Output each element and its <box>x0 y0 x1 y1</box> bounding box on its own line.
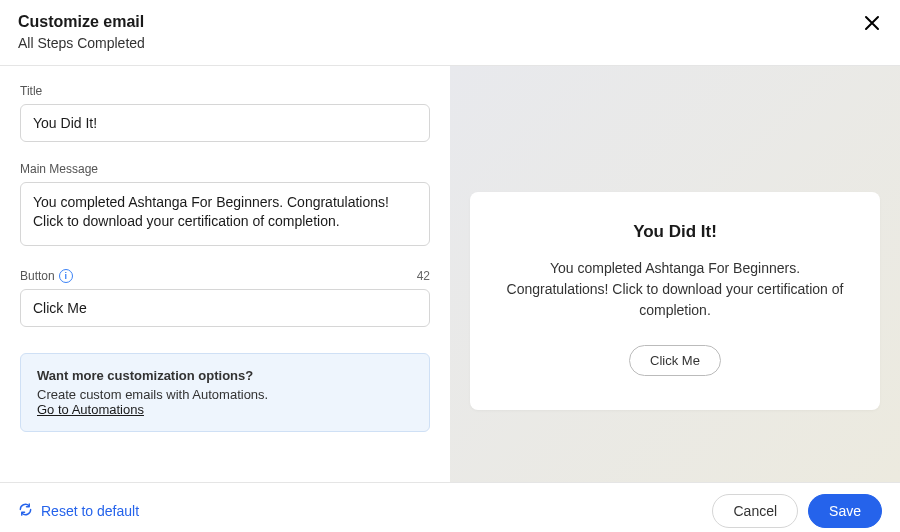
reset-to-default-button[interactable]: Reset to default <box>18 502 139 520</box>
preview-title: You Did It! <box>498 222 852 242</box>
close-icon <box>864 13 880 35</box>
callout-body: Create custom emails with Automations. <box>37 387 413 402</box>
go-to-automations-link[interactable]: Go to Automations <box>37 402 144 417</box>
form-panel: Title Main Message Button i 42 Want more… <box>0 66 450 482</box>
dialog-subtitle: All Steps Completed <box>18 35 145 51</box>
dialog-title: Customize email <box>18 12 145 33</box>
dialog-header: Customize email All Steps Completed <box>0 0 900 66</box>
button-text-input[interactable] <box>20 289 430 327</box>
cancel-button[interactable]: Cancel <box>712 494 798 528</box>
reset-label: Reset to default <box>41 503 139 519</box>
dialog-body: Title Main Message Button i 42 Want more… <box>0 66 900 482</box>
reset-icon <box>18 502 33 520</box>
footer-actions: Cancel Save <box>712 494 882 528</box>
message-input[interactable] <box>20 182 430 246</box>
header-text: Customize email All Steps Completed <box>18 12 145 51</box>
dialog-footer: Reset to default Cancel Save <box>0 482 900 532</box>
preview-body: You completed Ashtanga For Beginners. Co… <box>498 258 852 321</box>
message-field-group: Main Message <box>20 162 430 249</box>
callout-title: Want more customization options? <box>37 368 413 383</box>
preview-cta-button[interactable]: Click Me <box>629 345 721 376</box>
button-field-group: Button i 42 <box>20 269 430 327</box>
info-icon[interactable]: i <box>59 269 73 283</box>
save-button[interactable]: Save <box>808 494 882 528</box>
preview-panel: You Did It! You completed Ashtanga For B… <box>450 66 900 482</box>
automations-callout: Want more customization options? Create … <box>20 353 430 432</box>
message-label: Main Message <box>20 162 98 176</box>
email-preview-card: You Did It! You completed Ashtanga For B… <box>470 192 880 410</box>
title-label: Title <box>20 84 42 98</box>
close-button[interactable] <box>862 12 882 36</box>
title-input[interactable] <box>20 104 430 142</box>
title-field-group: Title <box>20 84 430 142</box>
button-char-count: 42 <box>417 269 430 283</box>
button-label: Button <box>20 269 55 283</box>
